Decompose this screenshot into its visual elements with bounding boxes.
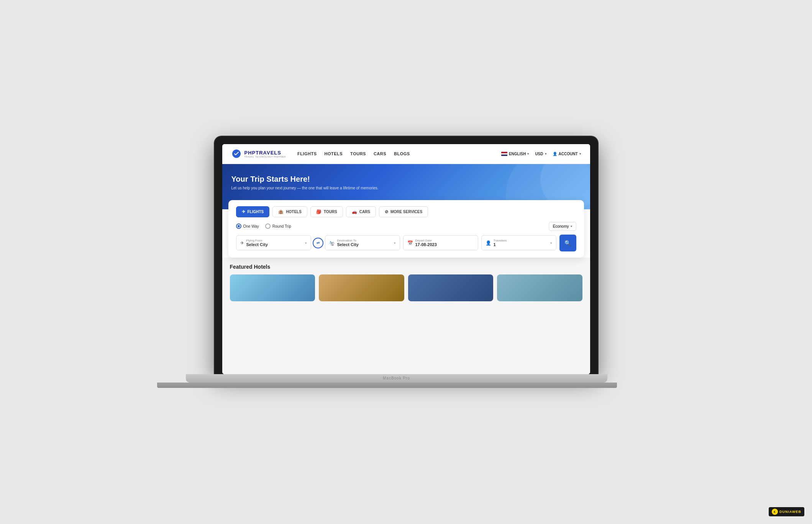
language-chevron-icon: ▾ [527,152,529,156]
search-box: ✈ FLIGHTS 🏨 HOTELS 🎒 TOURS 🚗 CARS [228,200,584,258]
flying-from-value: Select City [246,242,303,247]
account-person-icon: 👤 [553,152,557,156]
macbook-wrapper: PHPTRAVELS TRAVEL TECHNOLOGY PARTNER FLI… [215,136,598,388]
account-label: ACCOUNT [559,152,578,156]
one-way-radio[interactable] [236,223,241,229]
nav-hotels[interactable]: HOTELS [324,151,343,156]
tab-more-label: MORE SERVICES [390,210,422,214]
tab-tours-label: TOURS [324,210,337,214]
logo-subtitle: TRAVEL TECHNOLOGY PARTNER [244,156,286,158]
nav-flights[interactable]: FLIGHTS [297,151,317,156]
class-select[interactable]: Economy ▾ [549,222,576,231]
macbook-bezel: PHPTRAVELS TRAVEL TECHNOLOGY PARTNER FLI… [215,136,598,374]
depart-date-value: 17-08-2023 [415,242,474,247]
language-button[interactable]: ENGLISH ▾ [501,152,529,156]
tab-flights[interactable]: ✈ FLIGHTS [236,206,270,217]
currency-label: USD [535,152,543,156]
cars-tab-icon: 🚗 [352,209,357,214]
hotel-card-3[interactable] [408,274,494,301]
arrival-plane-icon: 🛬 [329,240,335,246]
language-label: ENGLISH [509,152,526,156]
round-trip-label: Round Trip [272,224,291,228]
round-trip-option[interactable]: Round Trip [265,223,291,229]
search-tabs: ✈ FLIGHTS 🏨 HOTELS 🎒 TOURS 🚗 CARS [236,206,576,217]
destination-to-label: Destination To [337,239,392,242]
flying-from-label: Flying From [246,239,303,242]
hero-subtitle: Let us help you plan your next journey —… [231,186,581,190]
class-label: Economy [553,224,569,228]
tab-cars[interactable]: 🚗 CARS [346,206,376,217]
nav-tours[interactable]: TOURS [350,151,366,156]
watermark: € DUNIAWEB [769,507,804,516]
header-right: ENGLISH ▾ USD ▾ 👤 ACCOUNT ▾ [501,152,581,156]
flying-from-field[interactable]: ✈ Flying From Select City ▾ [236,235,311,250]
radio-group: One Way Round Trip [236,223,291,229]
featured-section: Featured Hotels [222,258,590,374]
one-way-label: One Way [243,224,259,228]
trip-options: One Way Round Trip Economy ▾ [236,222,576,231]
flying-from-content: Flying From Select City [246,239,303,247]
round-trip-radio[interactable] [265,223,271,229]
travellers-chevron-icon: ▾ [550,241,552,245]
depart-date-content: Depart Date 17-08-2023 [415,239,474,247]
logo-icon [231,149,241,159]
currency-chevron-icon: ▾ [545,152,546,156]
main-nav: FLIGHTS HOTELS TOURS CARS BLOGS [297,151,501,156]
hotel-card-1[interactable] [230,274,315,301]
featured-title: Featured Hotels [230,264,582,270]
account-chevron-icon: ▾ [579,152,581,156]
calendar-icon: 📅 [407,240,413,246]
us-flag-icon [501,152,507,156]
macbook-base: MacBook Pro [186,374,607,383]
site-header: PHPTRAVELS TRAVEL TECHNOLOGY PARTNER FLI… [222,144,590,164]
tab-cars-label: CARS [359,210,370,214]
departure-plane-icon: ✈ [240,240,244,246]
watermark-text: DUNIAWEB [779,510,801,514]
travellers-icon: 👤 [486,240,491,246]
logo-area: PHPTRAVELS TRAVEL TECHNOLOGY PARTNER [231,149,286,159]
flights-tab-icon: ✈ [242,209,245,214]
tab-hotels[interactable]: 🏨 HOTELS [272,206,307,217]
watermark-coin-icon: € [772,509,778,515]
tours-tab-icon: 🎒 [316,209,322,214]
hotel-card-2[interactable] [319,274,404,301]
hotel-cards [230,274,582,301]
tab-more-services[interactable]: ⊘ MORE SERVICES [379,206,428,217]
logo-title: PHPTRAVELS [244,150,286,156]
hero-title: Your Trip Starts Here! [231,175,581,184]
swap-icon: ⇄ [317,241,320,245]
travellers-value: 1 [494,242,548,247]
currency-button[interactable]: USD ▾ [535,152,546,156]
class-chevron-icon: ▾ [571,225,572,228]
account-button[interactable]: 👤 ACCOUNT ▾ [553,152,581,156]
logo-text-block: PHPTRAVELS TRAVEL TECHNOLOGY PARTNER [244,150,286,158]
destination-to-value: Select City [337,242,392,247]
macbook-screen: PHPTRAVELS TRAVEL TECHNOLOGY PARTNER FLI… [222,144,590,374]
nav-cars[interactable]: CARS [374,151,386,156]
flying-from-chevron-icon: ▾ [305,241,307,245]
more-tab-icon: ⊘ [385,209,388,214]
travellers-field[interactable]: 👤 Travellers 1 ▾ [481,235,556,250]
hotels-tab-icon: 🏨 [278,209,284,214]
tab-hotels-label: HOTELS [286,210,302,214]
nav-blogs[interactable]: BLOGS [394,151,410,156]
swap-button[interactable]: ⇄ [313,238,323,248]
hotel-card-4[interactable] [497,274,582,301]
one-way-option[interactable]: One Way [236,223,259,229]
tab-flights-label: FLIGHTS [248,210,264,214]
tab-tours[interactable]: 🎒 TOURS [310,206,343,217]
depart-date-field[interactable]: 📅 Depart Date 17-08-2023 [403,235,478,250]
search-icon: 🔍 [564,240,571,246]
destination-to-chevron-icon: ▾ [394,241,396,245]
search-button[interactable]: 🔍 [559,235,576,251]
search-fields: ✈ Flying From Select City ▾ ⇄ 🛬 Dest [236,235,576,251]
macbook-foot [157,383,617,388]
travellers-label: Travellers [494,239,548,242]
destination-to-field[interactable]: 🛬 Destination To Select City ▾ [325,235,400,250]
depart-date-label: Depart Date [415,239,474,242]
macbook-label: MacBook Pro [383,376,410,380]
travellers-content: Travellers 1 [494,239,548,247]
destination-to-content: Destination To Select City [337,239,392,247]
